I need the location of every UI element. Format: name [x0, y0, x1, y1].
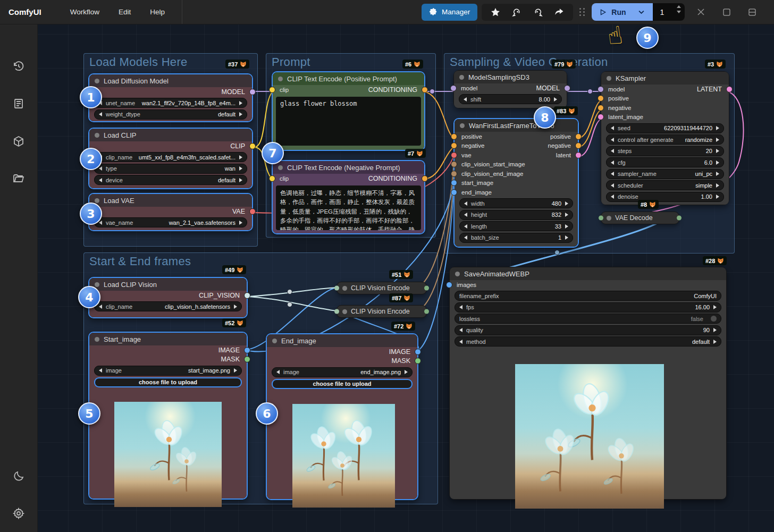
node-model-sampling-sd3[interactable]: ModelSamplingSD3 model MODEL shift 8.00	[453, 70, 567, 108]
conditioning-output-port[interactable]	[422, 175, 428, 182]
step-left-icon[interactable]	[276, 370, 280, 374]
node-end-image[interactable]: End_image IMAGE MASK image end_image.png…	[266, 333, 418, 500]
step-right-icon[interactable]	[716, 126, 719, 130]
widget-quality[interactable]: quality 90	[455, 325, 721, 335]
hamburger-menu-icon[interactable]	[769, 4, 774, 21]
vae-input-port[interactable]	[451, 152, 457, 158]
step-right-icon[interactable]	[716, 183, 719, 188]
menu-workflow[interactable]: Workflow	[63, 5, 107, 19]
node-start-image[interactable]: Start_image IMAGE MASK image start_image…	[88, 332, 248, 500]
collapse-dot-icon[interactable]	[455, 272, 460, 276]
widget-clip-name[interactable]: clip_name umt5_xxl_fp8_e4m3fn_scaled.saf…	[94, 152, 247, 162]
node-clip-text-encode-negative[interactable]: CLIP Text Encode (Negative Prompt) clip …	[272, 160, 425, 234]
mask-output-port[interactable]	[244, 356, 250, 362]
step-left-icon[interactable]	[99, 166, 102, 171]
run-options-chevron-icon[interactable]	[631, 8, 645, 16]
model-input-port[interactable]	[450, 85, 457, 91]
collapse-dot-icon[interactable]	[95, 198, 99, 203]
step-right-icon[interactable]	[716, 149, 719, 153]
step-left-icon[interactable]	[464, 235, 467, 240]
bell-right-icon[interactable]	[527, 4, 549, 20]
step-left-icon[interactable]	[99, 112, 102, 116]
step-left-icon[interactable]	[464, 213, 467, 217]
negative-input-port[interactable]	[451, 142, 457, 149]
collapse-dot-icon[interactable]	[278, 77, 283, 81]
widget-lossless[interactable]: lossless false	[455, 314, 721, 324]
clip-vision-output-port[interactable]	[244, 292, 250, 299]
widget-height[interactable]: height 832	[459, 210, 573, 220]
image-output-port[interactable]	[415, 349, 421, 355]
step-left-icon[interactable]	[464, 201, 467, 206]
start-image-input-port[interactable]	[451, 180, 457, 186]
negative-input-port[interactable]	[598, 105, 604, 111]
step-left-icon[interactable]	[99, 368, 102, 373]
toggle-icon[interactable]	[711, 316, 717, 322]
collapsed-input-port[interactable]	[599, 216, 603, 221]
collapse-dot-icon[interactable]	[460, 123, 465, 128]
notes-icon[interactable]	[8, 93, 29, 114]
step-right-icon[interactable]	[239, 166, 242, 171]
node-load-vae[interactable]: Load VAE VAE vae_name wan_2.1_vae.safete…	[88, 193, 253, 231]
widget-image[interactable]: image end_image.png	[272, 367, 413, 377]
step-right-icon[interactable]	[565, 224, 568, 229]
widget-vae-name[interactable]: vae_name wan_2.1_vae.safetensors	[94, 217, 247, 227]
clip-input-port[interactable]	[269, 175, 275, 182]
widget-cfg[interactable]: cfg 6.0	[606, 157, 724, 167]
collapse-dot-icon[interactable]	[95, 133, 99, 138]
node-clip-vision-encode-1[interactable]: CLIP Vision Encode	[336, 282, 427, 294]
node-header[interactable]: Load VAE	[89, 194, 252, 207]
widget-clip-name[interactable]: clip_name clip_vision_h.safetensors	[94, 301, 242, 311]
widget-denoise[interactable]: denoise 1.00	[606, 192, 724, 202]
image-output-port[interactable]	[244, 347, 250, 353]
model-output-port[interactable]	[564, 85, 570, 91]
mask-output-port[interactable]	[415, 358, 421, 364]
collapse-dot-icon[interactable]	[272, 339, 277, 343]
conditioning-output-port[interactable]	[422, 87, 428, 93]
node-save-animated-webp[interactable]: SaveAnimatedWEBP images filename_prefix …	[449, 267, 727, 500]
node-header[interactable]: Load Diffusion Model	[89, 74, 252, 87]
step-right-icon[interactable]	[716, 138, 719, 142]
positive-input-port[interactable]	[451, 133, 457, 140]
collapse-dot-icon[interactable]	[95, 282, 99, 287]
end-image-input-port[interactable]	[451, 189, 457, 196]
package-icon[interactable]	[8, 131, 29, 152]
node-load-clip-vision[interactable]: Load CLIP Vision CLIP_VISION clip_name c…	[88, 277, 248, 318]
step-right-icon[interactable]	[565, 213, 568, 217]
widget-seed[interactable]: seed 622093119444720	[606, 123, 724, 133]
latent-image-input-port[interactable]	[598, 114, 604, 120]
run-button[interactable]: Run	[592, 3, 652, 21]
decrement-icon[interactable]	[677, 11, 681, 13]
increment-icon[interactable]	[677, 5, 681, 8]
node-vae-decode[interactable]: VAE Decode	[601, 212, 679, 224]
star-icon[interactable]	[485, 4, 506, 20]
step-left-icon[interactable]	[459, 305, 462, 309]
step-right-icon[interactable]	[554, 97, 557, 102]
widget-fps[interactable]: fps 16.00	[455, 302, 721, 313]
step-right-icon[interactable]	[713, 340, 717, 344]
positive-output-port[interactable]	[575, 133, 582, 140]
node-header[interactable]: Start_image	[89, 333, 247, 345]
images-input-port[interactable]	[446, 282, 452, 288]
collapsed-input-port[interactable]	[334, 286, 339, 291]
widget-type[interactable]: type wan	[94, 164, 247, 174]
node-wan-first-last-frame-to-video[interactable]: WanFirstLastFrameToVideo positive positi…	[453, 118, 579, 248]
step-right-icon[interactable]	[716, 172, 719, 176]
node-header[interactable]: ModelSamplingSD3	[454, 71, 567, 83]
node-header[interactable]: WanFirstLastFrameToVideo	[455, 119, 578, 132]
collapse-dot-icon[interactable]	[342, 286, 347, 291]
step-right-icon[interactable]	[713, 328, 717, 332]
step-right-icon[interactable]	[713, 305, 717, 309]
clear-queue-icon[interactable]	[692, 4, 710, 21]
node-clip-text-encode-positive[interactable]: CLIP Text Encode (Positive Prompt) clip …	[272, 71, 425, 151]
choose-file-button[interactable]: choose file to upload	[94, 377, 242, 387]
step-right-icon[interactable]	[239, 221, 242, 225]
step-left-icon[interactable]	[611, 161, 614, 165]
widget-filename-prefix[interactable]: filename_prefix ComfyUI	[455, 291, 721, 301]
step-right-icon[interactable]	[239, 178, 242, 182]
model-input-port[interactable]	[598, 86, 604, 92]
step-right-icon[interactable]	[234, 305, 237, 309]
step-left-icon[interactable]	[611, 138, 614, 142]
collapse-dot-icon[interactable]	[459, 75, 464, 80]
collapse-dot-icon[interactable]	[607, 76, 611, 81]
vae-output-port[interactable]	[249, 208, 256, 215]
